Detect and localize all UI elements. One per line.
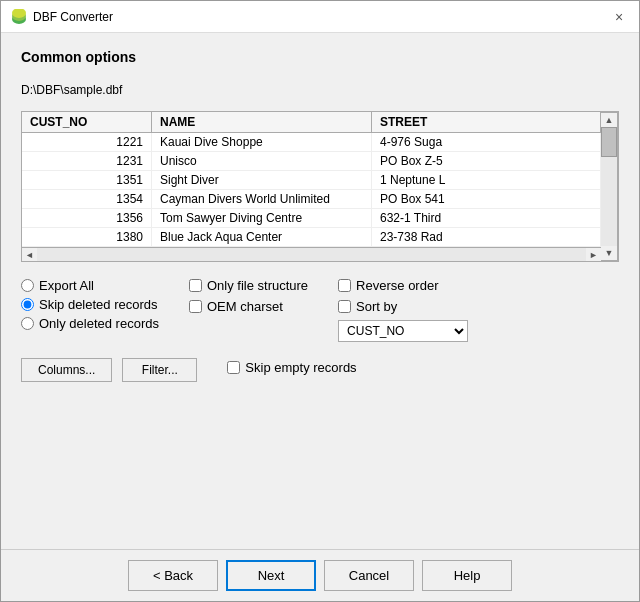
radio-only-deleted-input[interactable] xyxy=(21,317,34,330)
footer: < Back Next Cancel Help xyxy=(1,549,639,601)
data-table: CUST_NO NAME STREET 1221 Kauai Dive Shop… xyxy=(21,111,619,262)
sort-by-select[interactable]: CUST_NO NAME STREET xyxy=(338,320,468,342)
content-area: Common options D:\DBF\sample.dbf CUST_NO… xyxy=(1,33,639,549)
table-row: 1221 Kauai Dive Shoppe 4-976 Suga xyxy=(22,133,601,152)
section-title: Common options xyxy=(21,49,619,65)
options-row: Export All Skip deleted records Only del… xyxy=(21,278,619,342)
cell-street: 23-738 Rad xyxy=(372,228,601,246)
help-button[interactable]: Help xyxy=(422,560,512,591)
cell-street: PO Box 541 xyxy=(372,190,601,208)
checkbox-skip-empty-label: Skip empty records xyxy=(245,360,356,375)
cancel-button[interactable]: Cancel xyxy=(324,560,414,591)
bottom-options-row: Columns... Filter... Skip empty records xyxy=(21,352,619,382)
main-window: DBF Converter × Common options D:\DBF\sa… xyxy=(0,0,640,602)
table-main: CUST_NO NAME STREET 1221 Kauai Dive Shop… xyxy=(22,112,601,261)
file-path: D:\DBF\sample.dbf xyxy=(21,83,619,97)
scroll-down-arrow[interactable]: ▼ xyxy=(603,246,616,260)
checkbox-sort-by[interactable]: Sort by xyxy=(338,299,468,314)
cell-custno: 1380 xyxy=(22,228,152,246)
col-header-custno: CUST_NO xyxy=(22,112,152,132)
cell-name: Blue Jack Aqua Center xyxy=(152,228,372,246)
h-scroll-track[interactable] xyxy=(37,248,586,261)
back-button[interactable]: < Back xyxy=(128,560,218,591)
col-header-street: STREET xyxy=(372,112,601,132)
scroll-right-arrow[interactable]: ► xyxy=(586,250,601,260)
checkbox-oem-charset-input[interactable] xyxy=(189,300,202,313)
checkbox-oem-charset-label: OEM charset xyxy=(207,299,283,314)
table-body: 1221 Kauai Dive Shoppe 4-976 Suga 1231 U… xyxy=(22,133,601,247)
title-bar: DBF Converter × xyxy=(1,1,639,33)
radio-only-deleted[interactable]: Only deleted records xyxy=(21,316,159,331)
checkbox-skip-empty[interactable]: Skip empty records xyxy=(227,360,356,375)
scroll-up-arrow[interactable]: ▲ xyxy=(603,113,616,127)
radio-skip-deleted-input[interactable] xyxy=(21,298,34,311)
cell-name: Sight Diver xyxy=(152,171,372,189)
cell-street: PO Box Z-5 xyxy=(372,152,601,170)
cell-custno: 1351 xyxy=(22,171,152,189)
radio-skip-deleted[interactable]: Skip deleted records xyxy=(21,297,159,312)
vertical-scrollbar[interactable]: ▲ ▼ xyxy=(601,112,618,261)
v-scroll-track[interactable] xyxy=(601,127,617,246)
col-header-name: NAME xyxy=(152,112,372,132)
cell-name: Kauai Dive Shoppe xyxy=(152,133,372,151)
checkbox-sort-by-input[interactable] xyxy=(338,300,351,313)
checkbox-skip-empty-input[interactable] xyxy=(227,361,240,374)
radio-export-all[interactable]: Export All xyxy=(21,278,159,293)
scroll-left-arrow[interactable]: ◄ xyxy=(22,250,37,260)
checkbox-sort-by-label: Sort by xyxy=(356,299,397,314)
table-header: CUST_NO NAME STREET xyxy=(22,112,601,133)
checkbox-reverse-order-label: Reverse order xyxy=(356,278,438,293)
cell-street: 4-976 Suga xyxy=(372,133,601,151)
columns-button[interactable]: Columns... xyxy=(21,358,112,382)
cell-custno: 1356 xyxy=(22,209,152,227)
cell-name: Tom Sawyer Diving Centre xyxy=(152,209,372,227)
checkbox-reverse-order-input[interactable] xyxy=(338,279,351,292)
close-button[interactable]: × xyxy=(609,7,629,27)
title-bar-left: DBF Converter xyxy=(11,9,113,25)
radio-export-all-label: Export All xyxy=(39,278,94,293)
filter-button[interactable]: Filter... xyxy=(122,358,197,382)
table-row: 1354 Cayman Divers World Unlimited PO Bo… xyxy=(22,190,601,209)
cell-custno: 1221 xyxy=(22,133,152,151)
checkbox-file-structure-input[interactable] xyxy=(189,279,202,292)
checkbox-reverse-order[interactable]: Reverse order xyxy=(338,278,468,293)
cell-custno: 1231 xyxy=(22,152,152,170)
window-title: DBF Converter xyxy=(33,10,113,24)
horizontal-scrollbar[interactable]: ◄ ► xyxy=(22,247,601,261)
right-options-group: Reverse order Sort by CUST_NO NAME STREE… xyxy=(338,278,468,342)
radio-only-deleted-label: Only deleted records xyxy=(39,316,159,331)
checkbox-file-structure[interactable]: Only file structure xyxy=(189,278,308,293)
cell-custno: 1354 xyxy=(22,190,152,208)
cell-street: 1 Neptune L xyxy=(372,171,601,189)
checkbox-oem-charset[interactable]: OEM charset xyxy=(189,299,308,314)
export-radio-group: Export All Skip deleted records Only del… xyxy=(21,278,159,331)
app-icon xyxy=(11,9,27,25)
radio-export-all-input[interactable] xyxy=(21,279,34,292)
radio-skip-deleted-label: Skip deleted records xyxy=(39,297,158,312)
table-row: 1351 Sight Diver 1 Neptune L xyxy=(22,171,601,190)
table-row: 1231 Unisco PO Box Z-5 xyxy=(22,152,601,171)
middle-checkbox-group: Only file structure OEM charset xyxy=(189,278,308,314)
table-row: 1380 Blue Jack Aqua Center 23-738 Rad xyxy=(22,228,601,247)
next-button[interactable]: Next xyxy=(226,560,316,591)
table-row: 1356 Tom Sawyer Diving Centre 632-1 Thir… xyxy=(22,209,601,228)
cell-name: Cayman Divers World Unlimited xyxy=(152,190,372,208)
cell-street: 632-1 Third xyxy=(372,209,601,227)
action-buttons: Columns... Filter... xyxy=(21,358,197,382)
cell-name: Unisco xyxy=(152,152,372,170)
checkbox-file-structure-label: Only file structure xyxy=(207,278,308,293)
scroll-thumb[interactable] xyxy=(601,127,617,157)
